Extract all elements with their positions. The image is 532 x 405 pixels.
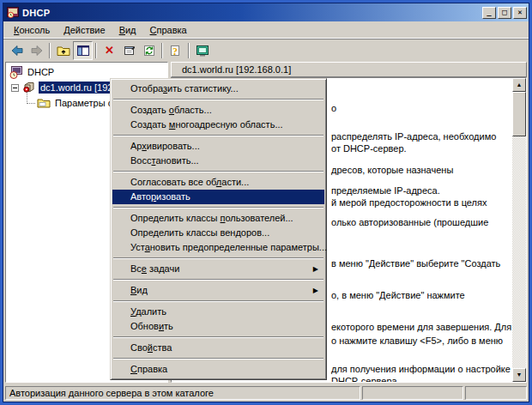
menu-vid[interactable]: Вид — [112, 23, 143, 37]
submenu-arrow-icon: ▶ — [313, 263, 318, 276]
menu-separator — [113, 257, 323, 259]
ctx-delete[interactable]: Удалить — [112, 305, 324, 319]
up-folder-icon — [57, 44, 70, 57]
svg-text:?: ? — [172, 45, 178, 57]
menu-separator — [113, 171, 323, 172]
back-button[interactable] — [7, 41, 27, 60]
help-button[interactable]: ? — [166, 41, 185, 60]
content-text-line: о нажмите клавишу <F5>, либо в меню — [331, 335, 503, 346]
menu-deystvie[interactable]: Действие — [57, 23, 112, 37]
up-one-level-button[interactable] — [53, 41, 73, 60]
ctx-all-tasks[interactable]: Все задачи▶ — [112, 262, 324, 276]
submenu-arrow-icon: ▶ — [313, 284, 318, 298]
folder-icon — [37, 96, 51, 110]
vertical-scrollbar[interactable]: ▲ ▼ — [512, 78, 526, 382]
content-text-line: в меню "Действие" выберите "Создать — [331, 258, 500, 269]
menu-bar: Консоль Действие Вид Справка — [3, 21, 529, 39]
ctx-new-multicast-scope[interactable]: Создать многоадресную область... — [112, 118, 324, 132]
menu-konsol[interactable]: Консоль — [7, 23, 57, 37]
content-text-line: о, в меню "Действие" нажмите — [331, 290, 465, 300]
menu-separator — [113, 300, 323, 302]
help-icon: ? — [169, 44, 183, 57]
toolbar-separator — [188, 43, 190, 58]
content-text-line: пределяемые IP-адреса. — [331, 185, 440, 196]
toolbar-separator — [49, 43, 51, 58]
content-text-line: DHCP-сервера. — [331, 376, 400, 383]
ctx-help[interactable]: Справка — [112, 362, 324, 377]
status-panel-3 — [465, 386, 527, 400]
content-text-line: для получения информации о настройке — [331, 364, 511, 374]
window-title: DHCP — [22, 8, 481, 18]
content-text-line: дресов, которые назначены — [331, 165, 453, 175]
menu-separator — [113, 336, 323, 338]
forward-icon — [30, 44, 44, 57]
minimize-button[interactable]: _ — [482, 7, 496, 19]
ctx-restore[interactable]: Восстановить... — [112, 154, 324, 168]
ctx-properties[interactable]: Свойства — [112, 341, 324, 355]
tree-connector — [27, 92, 35, 104]
content-text-line: олько авторизованные (прошедшие — [331, 217, 488, 227]
show-hide-tree-icon — [76, 44, 90, 57]
content-text-line: распределять IP-адреса, необходимо — [331, 131, 496, 142]
back-icon — [10, 44, 24, 57]
ctx-authorize[interactable]: Авторизовать — [112, 190, 324, 204]
status-panel-2 — [362, 386, 463, 400]
content-text-line: екоторого времени для завершения. Для — [331, 322, 511, 332]
delete-icon: ✕ — [105, 44, 114, 57]
menu-spravka[interactable]: Справка — [143, 23, 194, 37]
properties-button[interactable] — [119, 41, 139, 60]
title-bar: DHCP _ □ ✕ — [3, 3, 529, 21]
properties-icon — [123, 44, 136, 57]
ctx-backup[interactable]: Архивировать... — [112, 139, 324, 154]
console-window-button[interactable] — [192, 41, 212, 60]
content-text-line: о — [331, 103, 336, 113]
details-column-header[interactable]: dc1.world.ru [192.168.0.1] — [171, 62, 527, 77]
scrollbar-thumb[interactable] — [512, 92, 526, 136]
ctx-reconcile-all-scopes[interactable]: Согласовать все области... — [112, 175, 324, 190]
toolbar-separator — [161, 43, 163, 58]
menu-separator — [113, 279, 323, 281]
console-window-icon — [196, 44, 209, 57]
ctx-view[interactable]: Вид▶ — [112, 283, 324, 298]
menu-separator — [113, 135, 323, 136]
delete-button[interactable]: ✕ — [100, 41, 119, 60]
close-button[interactable]: ✕ — [513, 7, 527, 19]
app-icon — [7, 7, 19, 19]
scroll-down-icon[interactable]: ▼ — [512, 368, 526, 382]
ctx-new-scope[interactable]: Создать область... — [112, 103, 324, 118]
show-hide-tree-button[interactable] — [73, 41, 93, 60]
refresh-button[interactable] — [139, 41, 159, 60]
ctx-display-statistics[interactable]: Отобразить статистику... — [112, 82, 324, 96]
ctx-define-user-classes[interactable]: Определить классы пользователей... — [112, 211, 324, 226]
toolbar: ✕ ? — [3, 39, 529, 61]
refresh-icon — [142, 44, 156, 57]
scroll-up-icon[interactable]: ▲ — [512, 78, 526, 92]
toolbar-separator — [95, 43, 97, 58]
forward-button[interactable] — [27, 41, 46, 60]
maximize-button[interactable]: □ — [498, 7, 511, 19]
tree-root-label: DHCP — [26, 66, 56, 78]
server-context-menu: Отобразить статистику... Создать область… — [110, 78, 327, 380]
ctx-refresh[interactable]: Обновить — [112, 319, 324, 334]
status-bar: Авторизация данного сервера в этом катал… — [3, 384, 529, 402]
ctx-set-predefined-options[interactable]: Установить предопределенные параметры... — [112, 240, 324, 255]
dhcp-root-icon — [9, 65, 23, 79]
ctx-define-vendor-classes[interactable]: Определить классы вендоров... — [112, 226, 324, 240]
menu-separator — [113, 207, 323, 209]
content-text-line: от DHCP-сервер. — [331, 143, 407, 154]
menu-separator — [113, 358, 323, 360]
menu-separator — [113, 99, 323, 100]
content-text-line: й мерой предосторожности в целях — [331, 197, 487, 208]
status-text: Авторизация данного сервера в этом катал… — [5, 386, 360, 400]
collapse-toggle-icon[interactable] — [11, 84, 19, 92]
